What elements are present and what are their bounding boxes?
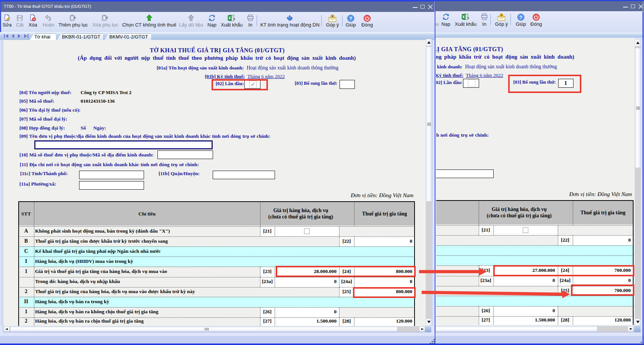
svg-text:?: ? [349,16,352,21]
